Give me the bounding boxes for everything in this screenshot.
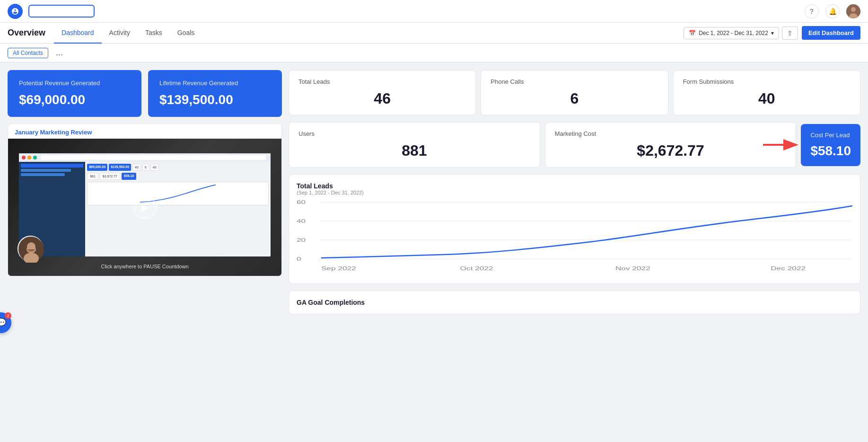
help-button[interactable]: ? [805, 4, 819, 18]
avatar[interactable] [846, 4, 860, 18]
chat-bubble[interactable]: 💬 2 [0, 312, 11, 333]
left-panel: Potential Revenue Generated $69,000.00 L… [8, 70, 282, 314]
share-icon: ⇧ [787, 29, 793, 37]
svg-text:60: 60 [297, 200, 306, 205]
tab-goals[interactable]: Goals [170, 23, 202, 44]
form-submissions-card: Form Submissions 40 [673, 70, 860, 115]
svg-text:0: 0 [297, 256, 301, 262]
cost-per-lead-card: Cost Per Lead $58.10 [801, 124, 860, 166]
lifetime-revenue-card: Lifetime Revenue Generated $139,500.00 [148, 70, 282, 117]
more-options-icon[interactable]: ... [54, 48, 65, 58]
chart-subtitle: (Sep 1, 2022 - Dec 31, 2022) [297, 190, 852, 195]
potential-revenue-value: $69,000.00 [19, 92, 130, 107]
total-leads-label: Total Leads [298, 78, 466, 85]
video-container[interactable]: $69,000.00 $139,500.00 46 6 40 881 $2,67… [8, 139, 281, 276]
phone-calls-card: Phone Calls 6 [481, 70, 668, 115]
potential-revenue-label: Potential Revenue Generated [19, 80, 130, 87]
search-input[interactable] [28, 5, 95, 18]
svg-point-1 [851, 7, 856, 12]
svg-text:40: 40 [297, 219, 306, 224]
ga-goal-card: GA Goal Completions [289, 291, 860, 314]
chat-badge: 2 [5, 312, 11, 319]
red-arrow-icon [761, 135, 798, 154]
total-leads-value: 46 [298, 90, 466, 107]
video-avatar [18, 236, 44, 262]
revenue-cards-row: Potential Revenue Generated $69,000.00 L… [8, 70, 282, 117]
chart-title: Total Leads [297, 182, 852, 190]
total-leads-chart-card: Total Leads (Sep 1, 2022 - Dec 31, 2022)… [289, 174, 860, 284]
form-submissions-label: Form Submissions [683, 78, 850, 85]
notification-button[interactable]: 🔔 [825, 4, 840, 18]
main-content: Potential Revenue Generated $69,000.00 L… [0, 62, 868, 322]
users-card: Users 881 [289, 122, 540, 168]
date-range-label: Dec 1, 2022 - Dec 31, 2022 [699, 30, 768, 36]
marketing-cost-label: Marketing Cost [555, 130, 787, 137]
cost-per-lead-value: $58.10 [810, 143, 851, 159]
sub-header: Overview Dashboard Activity Tasks Goals … [0, 23, 868, 44]
page-title: Overview [8, 28, 45, 38]
share-button[interactable]: ⇧ [782, 27, 798, 40]
edit-dashboard-button[interactable]: Edit Dashboard [802, 26, 860, 40]
chat-icon: 💬 [0, 318, 6, 328]
phone-calls-value: 6 [491, 90, 658, 107]
chart-area: 60 40 20 0 Sep 2022 Oct 2022 Nov 2022 De… [297, 200, 852, 276]
video-title: January Marketing Review [8, 124, 281, 139]
users-label: Users [298, 130, 530, 137]
top-bar: ? 🔔 [0, 0, 868, 23]
filter-bar: All Contacts ... [0, 44, 868, 62]
calendar-icon: 📅 [689, 30, 696, 36]
video-card: January Marketing Review [8, 124, 282, 276]
stats-row-2: Users 881 Marketing Cost $2,672.77 [289, 122, 860, 168]
filter-chip[interactable]: All Contacts [8, 48, 48, 58]
cost-per-lead-label: Cost Per Lead [810, 132, 851, 139]
tab-tasks[interactable]: Tasks [138, 23, 170, 44]
svg-text:Oct 2022: Oct 2022 [460, 266, 493, 271]
svg-text:Sep 2022: Sep 2022 [321, 266, 356, 271]
logo-icon [8, 4, 23, 19]
potential-revenue-card: Potential Revenue Generated $69,000.00 [8, 70, 141, 117]
tab-dashboard[interactable]: Dashboard [54, 23, 102, 44]
play-button[interactable]: ▶ [133, 195, 157, 219]
tab-activity[interactable]: Activity [102, 23, 138, 44]
right-panel: Total Leads 46 Phone Calls 6 Form Submis… [289, 70, 860, 314]
stats-row-1: Total Leads 46 Phone Calls 6 Form Submis… [289, 70, 860, 115]
svg-text:20: 20 [297, 238, 306, 243]
users-value: 881 [298, 142, 530, 159]
top-bar-icons: ? 🔔 [805, 4, 860, 18]
chevron-down-icon: ▾ [771, 30, 774, 36]
date-range-button[interactable]: 📅 Dec 1, 2022 - Dec 31, 2022 ▾ [684, 27, 779, 39]
total-leads-card: Total Leads 46 [289, 70, 476, 115]
lifetime-revenue-label: Lifetime Revenue Generated [159, 80, 271, 87]
svg-text:Dec 2022: Dec 2022 [771, 266, 806, 271]
marketing-cost-card: Marketing Cost $2,672.77 [545, 122, 797, 168]
marketing-cost-value: $2,672.77 [555, 142, 787, 159]
ga-goal-label: GA Goal Completions [297, 299, 365, 306]
video-screenshot: $69,000.00 $139,500.00 46 6 40 881 $2,67… [8, 139, 281, 276]
lifetime-revenue-value: $139,500.00 [159, 92, 271, 107]
countdown-text: Click anywhere to PAUSE Countdown [101, 264, 188, 269]
svg-text:Nov 2022: Nov 2022 [615, 266, 650, 271]
form-submissions-value: 40 [683, 90, 850, 107]
nav-tabs: Dashboard Activity Tasks Goals [54, 23, 202, 44]
phone-calls-label: Phone Calls [491, 78, 658, 85]
